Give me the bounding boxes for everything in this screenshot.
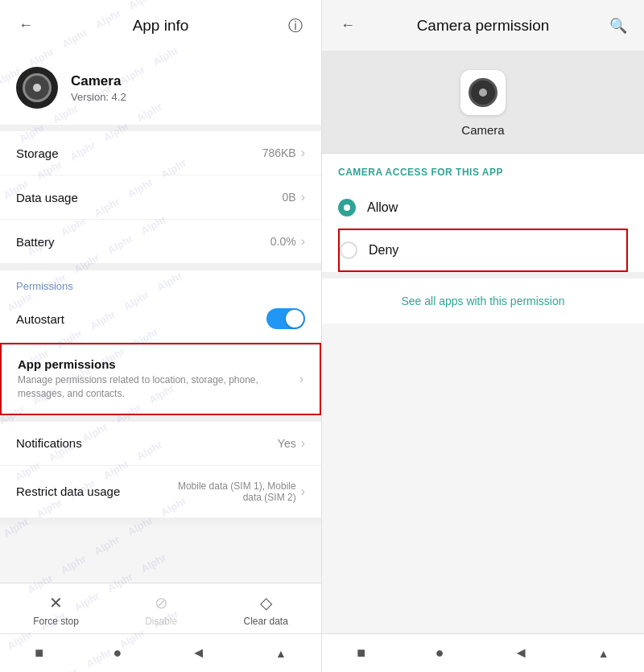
nav-circle[interactable]: ● [423, 638, 457, 668]
app-icon [16, 67, 58, 109]
force-stop-button[interactable]: ✕ Force stop [33, 593, 79, 627]
app-info-panel: ← App info ⓘ Camera Version: 4.2 Storage… [0, 0, 322, 672]
nav-square[interactable]: ■ [22, 638, 56, 668]
deny-radio-row[interactable]: Deny [340, 230, 626, 270]
storage-row[interactable]: Storage 786KB › [0, 131, 321, 175]
app-permissions-desc: Manage permissions related to location, … [18, 373, 299, 401]
app-permissions-content: App permissions Manage permissions relat… [18, 357, 299, 401]
autostart-toggle[interactable] [266, 308, 305, 329]
app-info-header: ← App info ⓘ [0, 0, 321, 51]
info-button[interactable]: ⓘ [283, 13, 308, 39]
nav-back[interactable]: ◄ [501, 638, 541, 668]
deny-row-wrapper: Deny [338, 229, 628, 272]
force-stop-icon: ✕ [49, 593, 63, 612]
camera-permission-panel: ← Camera permission 🔍 Camera CAMERA ACCE… [322, 0, 644, 672]
left-nav-bar: ■ ● ◄ ▲ [0, 633, 321, 672]
see-all-link[interactable]: See all apps with this permission [322, 272, 644, 324]
data-usage-row[interactable]: Data usage 0B › [0, 175, 321, 220]
nav-square[interactable]: ■ [344, 638, 378, 668]
permission-section-label: CAMERA ACCESS FOR THIS APP [338, 167, 628, 178]
chevron-icon: › [299, 372, 303, 386]
camera-app-icon [460, 70, 506, 115]
clear-data-button[interactable]: ◇ Clear data [243, 593, 287, 627]
disable-label: Disable [145, 616, 177, 627]
app-hero: Camera Version: 4.2 [0, 51, 321, 125]
camera-hero: Camera [322, 51, 644, 154]
back-button[interactable]: ← [13, 13, 39, 39]
page-title: App info [39, 17, 283, 35]
deny-radio[interactable] [340, 241, 357, 259]
battery-row[interactable]: Battery 0.0% › [0, 220, 321, 264]
disable-icon: ⊘ [155, 593, 168, 612]
autostart-label: Autostart [16, 312, 266, 326]
search-button[interactable]: 🔍 [605, 13, 631, 39]
right-nav-bar: ■ ● ◄ ▲ [322, 633, 644, 672]
chevron-icon: › [301, 190, 305, 204]
permissions-header: Permissions [0, 264, 321, 295]
right-panel-bg [322, 324, 644, 633]
disable-button[interactable]: ⊘ Disable [145, 593, 177, 627]
clear-data-label: Clear data [243, 616, 287, 627]
camera-lens [469, 78, 497, 107]
camera-lens [23, 73, 52, 102]
chevron-icon: › [301, 484, 305, 499]
notifications-row[interactable]: Notifications Yes › [0, 422, 321, 466]
allow-radio[interactable] [338, 199, 356, 216]
chevron-icon: › [301, 234, 305, 249]
autostart-row[interactable]: Autostart [0, 295, 321, 343]
camera-name: Camera [461, 123, 504, 137]
app-name: Camera [71, 73, 126, 89]
camera-permission-header: ← Camera permission 🔍 [322, 0, 644, 51]
allow-label: Allow [367, 200, 398, 215]
app-permissions-title: App permissions [18, 357, 299, 371]
permission-section: CAMERA ACCESS FOR THIS APP Allow Deny [322, 154, 644, 272]
app-permissions-row[interactable]: App permissions Manage permissions relat… [0, 343, 321, 415]
deny-label: Deny [369, 243, 398, 258]
toggle-knob [286, 310, 303, 328]
camera-dot [479, 89, 487, 97]
back-button[interactable]: ← [335, 13, 361, 39]
app-version: Version: 4.2 [71, 91, 126, 103]
bottom-action-bar: ✕ Force stop ⊘ Disable ◇ Clear data [0, 583, 321, 633]
section-gap [0, 415, 321, 422]
chevron-icon: › [301, 436, 305, 451]
nav-up[interactable]: ▲ [262, 641, 299, 666]
restrict-data-row[interactable]: Restrict data usage Mobile data (SIM 1),… [0, 466, 321, 518]
chevron-icon: › [301, 146, 305, 160]
nav-back[interactable]: ◄ [179, 638, 219, 668]
app-info: Camera Version: 4.2 [71, 73, 126, 103]
nav-circle[interactable]: ● [100, 638, 134, 668]
camera-dot [33, 84, 41, 92]
page-title: Camera permission [361, 17, 605, 35]
clear-data-icon: ◇ [260, 593, 272, 612]
storage-section: Storage 786KB › Data usage 0B › Battery … [0, 125, 321, 264]
allow-radio-row[interactable]: Allow [338, 188, 628, 229]
force-stop-label: Force stop [33, 616, 79, 627]
nav-up[interactable]: ▲ [585, 641, 622, 666]
